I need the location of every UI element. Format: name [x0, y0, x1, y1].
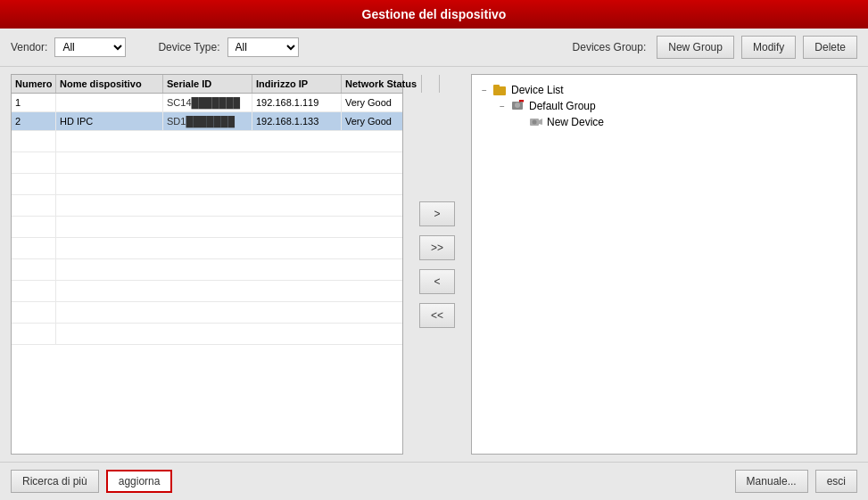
device-type-label: Device Type:: [158, 41, 219, 53]
table-row: [12, 259, 402, 281]
device-icon: [529, 116, 543, 128]
cell-empty: [12, 259, 56, 280]
arrow-buttons: > >> < <<: [410, 74, 464, 455]
col-ip: Indirizzo IP: [252, 75, 342, 93]
manual-button[interactable]: Manuale...: [735, 470, 808, 493]
cell-empty: [12, 131, 56, 152]
table-row[interactable]: 1 SC14███████ 192.168.1.119 Very Good: [12, 94, 402, 112]
folder-icon: [493, 84, 508, 96]
tree-root-label: Device List: [511, 84, 564, 96]
cell-name: [56, 94, 163, 111]
table-row: [12, 281, 402, 302]
col-number: Numero: [12, 75, 56, 93]
cell-status: Very Good: [342, 94, 402, 111]
vendor-select[interactable]: All: [54, 37, 126, 57]
tree-device[interactable]: New Device: [479, 114, 849, 130]
table-row: [12, 131, 402, 152]
device-table: Numero Nome dispositivo Seriale ID Indir…: [11, 74, 403, 455]
move-right-button[interactable]: >: [419, 201, 455, 226]
cell-serial: SD1███████: [163, 112, 252, 130]
modify-button[interactable]: Modify: [741, 36, 796, 59]
bottom-left-buttons: Ricerca di più aggiorna: [11, 470, 172, 493]
svg-point-7: [533, 120, 537, 125]
main-window: Gestione del dispositivo Vendor: All Dev…: [0, 0, 868, 500]
table-row: [12, 174, 402, 195]
cell-empty: [12, 324, 56, 344]
table-row: [12, 302, 402, 324]
cell-empty: [12, 195, 56, 216]
devices-group-label: Devices Group:: [573, 41, 647, 53]
tree-device-label: New Device: [547, 116, 604, 128]
col-name: Nome dispositivo: [56, 75, 163, 93]
table-body: 1 SC14███████ 192.168.1.119 Very Good 2 …: [12, 94, 402, 454]
new-group-button[interactable]: New Group: [657, 36, 734, 59]
bottom-bar: Ricerca di più aggiorna Manuale... esci: [0, 462, 868, 500]
tree-root[interactable]: − Device List: [479, 82, 849, 98]
cell-empty: [12, 152, 56, 173]
cell-serial: SC14███████: [163, 94, 252, 111]
cell-ip: 192.168.1.119: [252, 94, 342, 111]
table-row: [12, 238, 402, 259]
group-icon: [511, 100, 525, 112]
title-bar: Gestione del dispositivo: [0, 0, 868, 29]
cell-empty: [12, 302, 56, 323]
expand-icon: −: [497, 102, 508, 111]
device-tree: − Device List − Default Group: [471, 74, 857, 455]
table-row: [12, 217, 402, 238]
cell-status: Very Good: [342, 112, 402, 130]
window-title: Gestione del dispositivo: [362, 7, 507, 21]
cell-empty: [12, 174, 56, 194]
table-row: [12, 195, 402, 217]
expand-icon: −: [479, 86, 490, 95]
tree-group-label: Default Group: [529, 100, 596, 112]
table-row[interactable]: 2 HD IPC SD1███████ 192.168.1.133 Very G…: [12, 112, 402, 131]
cell-num: 2: [12, 112, 56, 130]
cell-name: HD IPC: [56, 112, 163, 130]
cell-empty: [12, 238, 56, 258]
bottom-right-buttons: Manuale... esci: [735, 470, 857, 493]
delete-button[interactable]: Delete: [803, 36, 857, 59]
move-all-left-button[interactable]: <<: [419, 303, 455, 328]
update-button[interactable]: aggiorna: [106, 470, 173, 493]
exit-button[interactable]: esci: [815, 470, 857, 493]
move-all-right-button[interactable]: >>: [419, 235, 455, 260]
cell-empty: [12, 217, 56, 237]
col-serial: Seriale ID: [163, 75, 252, 93]
table-row: [12, 152, 402, 174]
toolbar: Vendor: All Device Type: All Devices Gro…: [0, 29, 868, 67]
cell-num: 1: [12, 94, 56, 111]
svg-rect-1: [493, 85, 500, 88]
cell-ip: 192.168.1.133: [252, 112, 342, 130]
search-more-button[interactable]: Ricerca di più: [11, 470, 99, 493]
device-type-select[interactable]: All: [227, 37, 299, 57]
main-content: Numero Nome dispositivo Seriale ID Indir…: [0, 67, 868, 462]
table-row: [12, 324, 402, 345]
svg-point-3: [515, 102, 520, 108]
cell-empty: [12, 281, 56, 301]
svg-marker-8: [539, 119, 542, 125]
tree-group[interactable]: − Default Group: [479, 98, 849, 114]
move-left-button[interactable]: <: [419, 269, 455, 294]
vendor-label: Vendor:: [11, 41, 47, 53]
table-header: Numero Nome dispositivo Seriale ID Indir…: [12, 75, 402, 94]
